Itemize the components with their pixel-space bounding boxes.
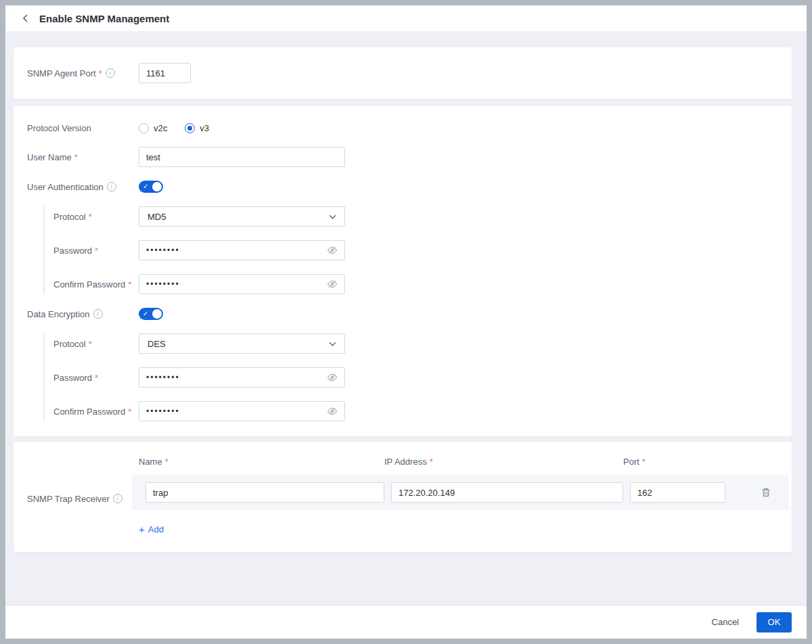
data-encryption-label-group: Data Encryption i — [27, 309, 139, 319]
page-title: Enable SNMP Management — [39, 13, 169, 24]
required-mark: * — [95, 373, 98, 383]
info-icon[interactable]: i — [93, 309, 103, 319]
data-encryption-row: Data Encryption i — [27, 308, 778, 320]
enc-protocol-label: Protocol — [53, 339, 86, 349]
radio-option-v3[interactable]: v3 — [185, 123, 209, 133]
auth-confirm-password-row: Confirm Password * — [53, 274, 778, 294]
required-mark: * — [89, 339, 92, 349]
agent-port-input[interactable] — [139, 63, 191, 83]
enc-password-label-group: Password * — [53, 373, 139, 383]
trap-receiver-table: Name * IP Address * Port * — [132, 457, 789, 536]
column-header-port: Port * — [616, 457, 712, 467]
eye-off-icon[interactable] — [327, 372, 338, 383]
radio-icon-v2c[interactable] — [139, 123, 149, 133]
agent-port-label-group: SNMP Agent Port * i — [27, 68, 139, 78]
enc-confirm-password-input[interactable] — [139, 401, 345, 421]
trap-receiver-label-group: SNMP Trap Receiver i — [27, 457, 132, 536]
auth-protocol-value: MD5 — [148, 212, 166, 222]
trap-receiver-row — [132, 475, 789, 510]
column-header-ip: IP Address * — [378, 457, 610, 467]
trap-port-input[interactable] — [630, 482, 725, 503]
auth-confirm-password-field — [139, 274, 345, 294]
user-name-input[interactable] — [139, 147, 345, 167]
required-mark: * — [95, 246, 98, 256]
cancel-button[interactable]: Cancel — [712, 617, 739, 627]
content-area: SNMP Agent Port * i Protocol Version v2c — [5, 31, 807, 605]
radio-option-v2c[interactable]: v2c — [139, 123, 167, 133]
protocol-version-radio-group: v2c v3 — [139, 123, 227, 133]
trap-receiver-label: SNMP Trap Receiver — [27, 494, 110, 504]
protocol-version-label: Protocol Version — [27, 123, 139, 133]
back-button[interactable] — [16, 9, 34, 27]
auth-password-input[interactable] — [139, 240, 345, 260]
auth-protocol-row: Protocol * MD5 — [53, 206, 778, 227]
enc-password-label: Password — [53, 373, 92, 383]
delete-row-button[interactable] — [761, 487, 771, 498]
chevron-down-icon — [329, 342, 336, 346]
required-mark: * — [128, 279, 131, 290]
trap-receiver-card: SNMP Trap Receiver i Name * IP Address *… — [14, 442, 792, 552]
add-label: Add — [148, 524, 164, 534]
plus-icon: + — [139, 524, 145, 535]
auth-protocol-select[interactable]: MD5 — [139, 206, 345, 227]
eye-off-icon[interactable] — [327, 406, 338, 417]
enc-password-input[interactable] — [139, 367, 345, 388]
back-chevron-icon — [22, 14, 29, 22]
chevron-down-icon — [329, 214, 336, 219]
enc-password-field — [139, 367, 345, 388]
auth-password-row: Password * — [53, 240, 778, 260]
user-auth-row: User Authentication i — [27, 181, 778, 193]
info-icon[interactable]: i — [106, 68, 115, 78]
eye-off-icon[interactable] — [327, 245, 338, 256]
agent-port-label: SNMP Agent Port — [27, 68, 96, 78]
trap-name-input[interactable] — [145, 482, 384, 503]
user-auth-label: User Authentication — [27, 182, 104, 192]
enc-confirm-password-row: Confirm Password * — [53, 401, 778, 421]
enc-protocol-label-group: Protocol * — [53, 339, 139, 349]
user-auth-toggle[interactable] — [139, 181, 163, 193]
trash-icon — [761, 487, 771, 498]
required-mark: * — [430, 457, 433, 467]
radio-label-v3: v3 — [200, 123, 209, 133]
agent-port-card: SNMP Agent Port * i — [14, 47, 792, 99]
required-mark: * — [165, 457, 168, 467]
auth-password-field — [139, 240, 345, 260]
trap-table-headers: Name * IP Address * Port * — [132, 457, 789, 467]
enc-protocol-value: DES — [148, 339, 166, 349]
protocol-version-row: Protocol Version v2c v3 — [27, 123, 778, 133]
agent-port-row: SNMP Agent Port * i — [27, 63, 778, 83]
auth-password-label: Password — [53, 246, 92, 256]
data-encryption-toggle[interactable] — [139, 308, 163, 320]
auth-confirm-password-label: Confirm Password — [53, 279, 125, 290]
auth-protocol-label: Protocol — [53, 212, 86, 222]
ok-button[interactable]: OK — [757, 612, 792, 632]
trap-ip-input[interactable] — [391, 482, 623, 503]
enc-password-row: Password * — [53, 367, 778, 388]
auth-confirm-password-label-group: Confirm Password * — [53, 279, 139, 290]
enc-confirm-password-label: Confirm Password — [53, 407, 125, 417]
enc-confirm-password-label-group: Confirm Password * — [53, 407, 139, 417]
page-header: Enable SNMP Management — [5, 5, 807, 31]
info-icon[interactable]: i — [113, 494, 122, 503]
user-name-label-group: User Name * — [27, 152, 139, 162]
auth-confirm-password-input[interactable] — [139, 274, 345, 294]
required-mark: * — [642, 457, 646, 467]
footer-bar: Cancel OK — [5, 605, 807, 639]
auth-protocol-label-group: Protocol * — [53, 212, 139, 222]
radio-label-v2c: v2c — [154, 123, 167, 133]
eye-off-icon[interactable] — [327, 279, 338, 290]
required-mark: * — [99, 68, 102, 78]
enc-protocol-select[interactable]: DES — [139, 334, 345, 354]
enc-protocol-row: Protocol * DES — [53, 334, 778, 354]
main-settings-card: Protocol Version v2c v3 User Name * — [14, 106, 792, 436]
add-receiver-button[interactable]: + Add — [139, 524, 164, 535]
required-mark: * — [74, 152, 78, 162]
info-icon[interactable]: i — [107, 182, 116, 191]
radio-icon-v3[interactable] — [185, 123, 195, 133]
user-auth-label-group: User Authentication i — [27, 182, 139, 192]
data-encryption-group: Protocol * DES Password * — [43, 334, 778, 421]
required-mark: * — [128, 407, 131, 417]
required-mark: * — [89, 212, 92, 222]
column-header-name: Name * — [132, 457, 371, 467]
snmp-management-page: Enable SNMP Management SNMP Agent Port *… — [5, 5, 807, 639]
